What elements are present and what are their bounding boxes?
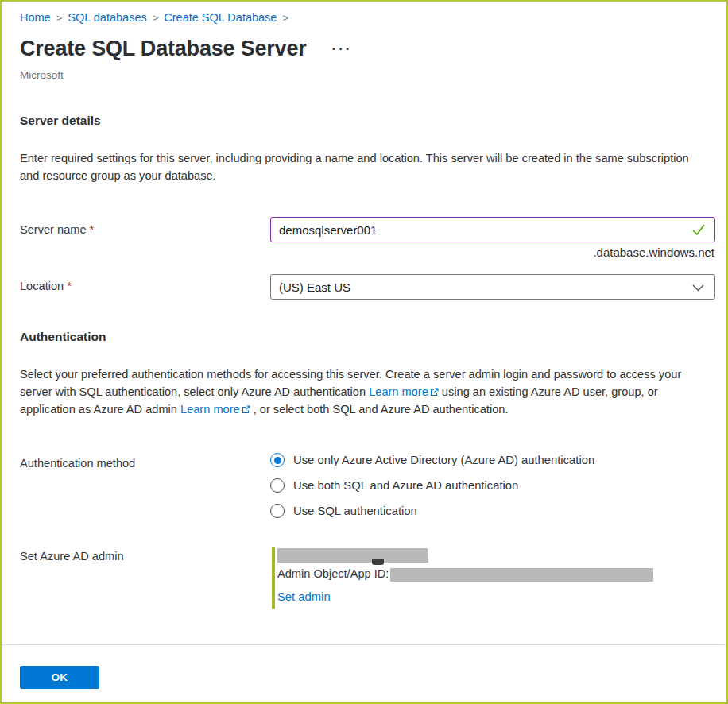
authentication-heading: Authentication (20, 330, 106, 344)
location-selected-value: (US) East US (279, 280, 350, 294)
radio-unselected-icon (270, 478, 285, 493)
authentication-description: Select your preferred authentication met… (20, 366, 710, 418)
breadcrumb-separator: > (282, 12, 288, 24)
breadcrumb-separator: > (153, 12, 159, 24)
authentication-method-label: Authentication method (20, 457, 135, 470)
required-asterisk: * (90, 223, 95, 236)
set-admin-link[interactable]: Set admin (277, 590, 331, 603)
breadcrumb-home-link[interactable]: Home (20, 11, 51, 24)
radio-unselected-icon (270, 504, 285, 518)
learn-more-link-1[interactable]: Learn more (369, 385, 439, 398)
external-link-icon (430, 388, 439, 396)
server-details-description: Enter required settings for this server,… (20, 149, 710, 184)
create-sql-database-server-page: Home>SQL databases>Create SQL Database> … (0, 0, 728, 704)
radio-option-azure-ad-only[interactable]: Use only Azure Active Directory (Azure A… (270, 453, 594, 467)
radio-dot (274, 457, 281, 464)
chevron-down-icon (692, 284, 704, 292)
server-details-heading: Server details (20, 114, 101, 128)
page-title: Create SQL Database Server (20, 37, 307, 61)
location-label-text: Location (20, 280, 64, 292)
context-menu-ellipsis-icon[interactable]: ··· (332, 45, 353, 53)
redacted-admin-object-id (390, 568, 653, 582)
breadcrumb: Home>SQL databases>Create SQL Database> (20, 11, 294, 24)
ok-button[interactable]: OK (20, 666, 99, 689)
server-name-input[interactable] (270, 217, 715, 242)
location-select[interactable]: (US) East US (270, 274, 715, 300)
radio-selected-icon (270, 453, 285, 467)
radio-option-label: Use only Azure Active Directory (Azure A… (293, 454, 594, 466)
publisher-subtitle: Microsoft (20, 69, 64, 81)
learn-more-text: Learn more (180, 403, 240, 416)
dns-suffix-label: .database.windows.net (593, 246, 714, 259)
radio-option-both-sql-and-azure-ad[interactable]: Use both SQL and Azure AD authentication (270, 478, 518, 493)
admin-object-app-id-label: Admin Object/App ID: (277, 567, 389, 580)
footer-divider (2, 644, 726, 645)
breadcrumb-sql-databases-link[interactable]: SQL databases (68, 11, 146, 24)
set-azure-ad-admin-label: Set Azure AD admin (20, 550, 124, 563)
location-label: Location* (20, 280, 72, 292)
redaction-artifact (372, 559, 384, 565)
radio-option-label: Use SQL authentication (293, 505, 417, 517)
admin-section-accent-bar (272, 547, 275, 609)
radio-option-label: Use both SQL and Azure AD authentication (293, 479, 518, 492)
radio-option-sql-only[interactable]: Use SQL authentication (270, 504, 417, 518)
auth-description-part3: , or select both SQL and Azure AD authen… (254, 403, 509, 416)
external-link-icon (242, 405, 250, 414)
page-header: Create SQL Database Server ··· (20, 37, 352, 61)
server-name-label: Server name* (20, 223, 94, 236)
breadcrumb-create-sql-database-link[interactable]: Create SQL Database (164, 11, 277, 24)
breadcrumb-separator: > (56, 12, 63, 24)
redacted-admin-name (277, 548, 428, 563)
server-name-label-text: Server name (20, 223, 87, 236)
learn-more-text: Learn more (369, 385, 428, 398)
learn-more-link-2[interactable]: Learn more (180, 403, 250, 416)
required-asterisk: * (67, 280, 72, 292)
